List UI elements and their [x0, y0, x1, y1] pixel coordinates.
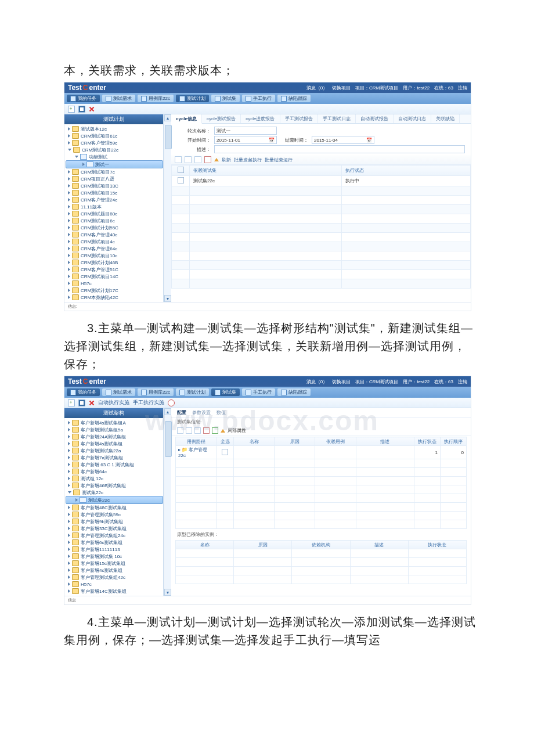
save-icon[interactable] — [78, 399, 85, 406]
tab[interactable]: cycle信息 — [171, 114, 202, 124]
input-start-date[interactable]: 2015-11-01 — [214, 136, 277, 144]
tree-toggle-icon[interactable] — [68, 477, 70, 480]
tb-sq-green-icon[interactable] — [212, 427, 218, 434]
tree-node[interactable]: 测试集22c — [66, 489, 163, 496]
tree-toggle-icon[interactable] — [68, 219, 70, 222]
col-dep-testset[interactable]: 依赖测试集 — [190, 165, 342, 176]
delete-icon[interactable] — [89, 400, 95, 406]
grid-batch-end-label[interactable]: 批量结束运行 — [265, 157, 293, 163]
row-checkbox[interactable] — [222, 449, 228, 455]
tree-node[interactable]: 客户管理测试集组24c — [66, 532, 163, 539]
new-icon[interactable] — [68, 106, 75, 113]
tree-toggle-icon[interactable] — [68, 506, 70, 509]
grid-ic-stop[interactable] — [204, 156, 211, 163]
tree-node[interactable]: 客户管理测试集组42c — [66, 574, 163, 581]
tab[interactable]: 手工测试报告 — [280, 114, 318, 123]
tree-node[interactable]: 测试版本12c — [66, 125, 163, 132]
tree-node[interactable]: CRM测试计划55C — [66, 224, 163, 231]
grid-batch-start-label[interactable]: 批量发起执行 — [234, 157, 262, 163]
tree-node[interactable]: 客户新增测试集 10c — [66, 553, 163, 560]
col-exec-status[interactable]: 执行状态 — [341, 165, 470, 176]
tree-node[interactable]: 客户新增46B测试集组 — [66, 482, 163, 489]
grid-ic-1[interactable] — [175, 156, 182, 163]
grid-ic-3[interactable] — [194, 156, 201, 163]
tree-node[interactable]: CRM测试项目6c — [66, 217, 163, 224]
tree-toggle-icon[interactable] — [68, 170, 70, 174]
tree-toggle-icon[interactable] — [68, 177, 70, 181]
tree-toggle-icon[interactable] — [68, 184, 70, 188]
tree-toggle-icon[interactable] — [68, 233, 70, 236]
stop-icon[interactable] — [168, 399, 175, 406]
hdr-logout[interactable]: 注销 — [458, 85, 467, 91]
col-header[interactable]: 执行状态 — [414, 437, 440, 446]
tb-sq-icon[interactable] — [194, 427, 201, 434]
tree-node[interactable]: 客户新增33C测试集组 — [66, 525, 163, 532]
tree-node[interactable]: 客户新增14C测试集组 — [66, 588, 163, 595]
tree-toggle-icon[interactable] — [68, 226, 70, 229]
tree-toggle-icon[interactable] — [68, 296, 70, 299]
tree-node[interactable]: CRM测试项目4c — [66, 238, 163, 245]
tree-node[interactable]: 客户新增4s测试集组A — [66, 419, 163, 426]
scroll-up-icon[interactable]: ▲ — [164, 114, 171, 121]
tree-node[interactable]: CRM测试项目10c — [66, 252, 163, 259]
menu-item[interactable]: 测试集 — [211, 388, 240, 396]
tree-toggle-icon[interactable] — [68, 134, 70, 138]
menu-item[interactable]: 我的任务 — [67, 388, 100, 396]
tree-toggle-icon[interactable] — [68, 520, 70, 523]
col-header[interactable]: 全选 — [217, 437, 234, 446]
tree-toggle-icon[interactable] — [68, 247, 70, 250]
tree-toggle-icon[interactable] — [68, 575, 70, 579]
menu-item[interactable]: 我的任务 — [67, 95, 100, 102]
tree-node[interactable]: 客户新增测试集组5a — [66, 426, 163, 433]
menu-item[interactable]: 测试计划 — [176, 388, 209, 396]
subtab-config[interactable]: 配置 — [177, 409, 186, 416]
tree-toggle-icon[interactable] — [68, 428, 70, 431]
tree-toggle-icon[interactable] — [68, 191, 70, 195]
menu-item[interactable]: 手工执行 — [242, 388, 275, 396]
tree-toggle-icon[interactable] — [68, 548, 70, 551]
tree-node[interactable]: 客户新增4c测试集组 — [66, 567, 163, 574]
tree-toggle-icon[interactable] — [68, 421, 70, 424]
delete-icon[interactable] — [89, 106, 95, 112]
col-header[interactable]: 执行状态 — [408, 541, 466, 549]
save-icon[interactable] — [78, 106, 85, 113]
scroll-thumb[interactable] — [165, 125, 172, 149]
input-cycle-name[interactable]: 测试一 — [214, 127, 277, 135]
tree-node[interactable]: CRM测试项目15c — [66, 189, 163, 196]
tree-node[interactable]: 测试集22c — [66, 496, 163, 504]
tree-toggle-icon[interactable] — [68, 268, 70, 271]
tree-toggle-icon[interactable] — [68, 491, 71, 494]
tree-node[interactable]: CRM客户管理24c — [66, 196, 163, 203]
tree-toggle-icon[interactable] — [68, 240, 70, 243]
tree-node[interactable]: CRM客户管理40c — [66, 231, 163, 238]
tree-node[interactable]: CRM测试项目33C — [66, 182, 163, 189]
tree-node[interactable]: H57c — [66, 280, 163, 287]
tree-toggle-icon[interactable] — [68, 141, 70, 145]
new-icon[interactable] — [68, 399, 75, 406]
menu-item[interactable]: 用例库22c — [138, 388, 174, 396]
menu-item[interactable]: 测试集 — [211, 95, 240, 102]
tree-toggle-icon[interactable] — [68, 456, 70, 459]
tree-toggle-icon[interactable] — [68, 589, 70, 593]
col-header[interactable]: 依赖机构 — [292, 541, 350, 549]
tree-node[interactable]: CRM测试计划46B — [66, 259, 163, 266]
tb-auto-exec[interactable]: 自动执行实施 — [98, 399, 129, 406]
subtab-params[interactable]: 参数设置 — [192, 409, 211, 416]
tree-node[interactable]: CRM测试项目7c — [66, 168, 163, 175]
hdr-messages[interactable]: 消息（0） — [306, 85, 327, 91]
tree-toggle-icon[interactable] — [68, 513, 70, 516]
tab[interactable]: 自动测试报告 — [356, 114, 394, 123]
tree-node[interactable]: CRM项目正八蛋 — [66, 175, 163, 182]
hdr-logout[interactable]: 注销 — [458, 379, 467, 385]
scroll-thumb[interactable] — [165, 421, 172, 457]
row-checkbox[interactable] — [178, 177, 184, 183]
menu-item[interactable]: 手工执行 — [242, 95, 275, 102]
tree-node[interactable]: 客户新增48C测试集组 — [66, 504, 163, 511]
tab[interactable]: cycle进度报告 — [241, 114, 280, 123]
col-header[interactable]: 名称 — [234, 437, 275, 446]
subtab-values[interactable]: 数值 — [217, 409, 226, 416]
col-header[interactable]: 依赖用例 — [315, 437, 356, 446]
tree-node[interactable]: CRM测试项目14C — [66, 273, 163, 280]
tree-toggle-icon[interactable] — [68, 275, 70, 278]
tree-toggle-icon[interactable] — [68, 555, 70, 558]
